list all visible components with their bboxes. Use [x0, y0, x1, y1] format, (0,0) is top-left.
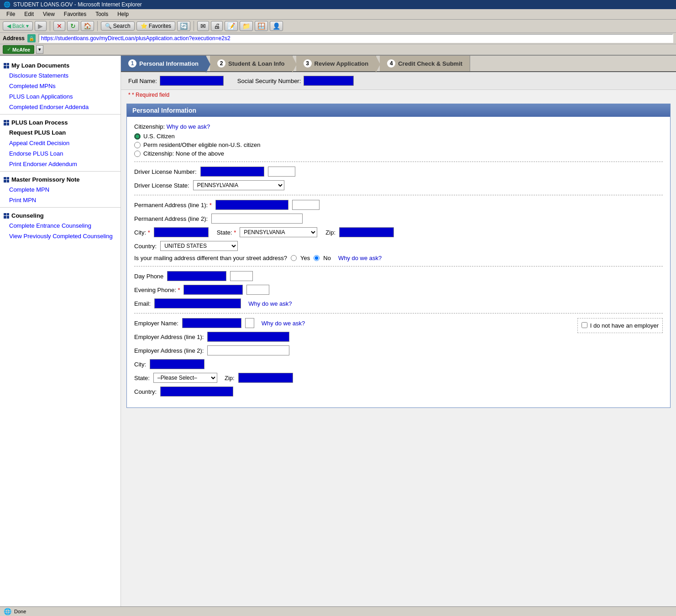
menu-favorites[interactable]: Favorites: [59, 10, 91, 18]
stop-button[interactable]: ✕: [53, 21, 65, 31]
perm-address-1-label: Permanent Address (line 1): *: [134, 202, 212, 209]
address-bar: Address 🔒: [0, 33, 676, 44]
employer-state-select[interactable]: –Please Select– PENNSYLVANIA ALABAMA: [153, 373, 217, 383]
sidebar-divider-3: [0, 207, 121, 208]
sidebar-item-disclosure-statements[interactable]: Disclosure Statements: [0, 70, 121, 81]
folder-button[interactable]: 📁: [240, 21, 253, 31]
citizenship-why-link[interactable]: Why do we ask?: [167, 123, 210, 130]
forward-button[interactable]: ▶: [35, 21, 47, 31]
tab-num-3: 3: [304, 59, 312, 68]
no-employer-checkbox[interactable]: [582, 322, 587, 328]
mailing-diff-yes-radio[interactable]: [291, 255, 297, 261]
windows-button[interactable]: 🪟: [255, 21, 268, 31]
tab-personal-information[interactable]: 1 Personal Information: [121, 56, 206, 71]
mcafee-dropdown[interactable]: ▾: [36, 45, 43, 54]
no-employer-section: I do not have an employer: [577, 318, 663, 333]
citizenship-radio-none-above[interactable]: [134, 151, 141, 157]
back-button[interactable]: ◀ Back ▾: [3, 21, 33, 31]
driver-license-state-row: Driver License State: PENNSYLVANIA ALABA…: [134, 180, 663, 190]
sidebar-item-completed-mpns[interactable]: Completed MPNs: [0, 81, 121, 91]
zip-input[interactable]: [339, 227, 394, 237]
employer-why-link[interactable]: Why do we ask?: [262, 320, 305, 327]
mail-button[interactable]: ✉: [197, 21, 209, 31]
employer-city-input[interactable]: [150, 359, 204, 369]
perm-address-1-input[interactable]: [215, 200, 288, 210]
perm-address-1-input-2[interactable]: [292, 200, 320, 210]
email-why-link[interactable]: Why do we ask?: [248, 300, 292, 307]
refresh-button[interactable]: ↻: [67, 21, 79, 31]
driver-license-state-select[interactable]: PENNSYLVANIA ALABAMA ALASKA ARIZONA: [193, 180, 284, 190]
sidebar-item-endorse-plus-loan[interactable]: Endorse PLUS Loan: [0, 148, 121, 159]
employer-name-input-2[interactable]: [245, 318, 254, 328]
employer-zip-label: Zip:: [225, 375, 235, 381]
tab-student-loan-info[interactable]: 2 Student & Loan Info: [210, 56, 292, 71]
messenger-button[interactable]: 👤: [270, 21, 283, 31]
employer-name-input[interactable]: [182, 318, 241, 328]
sidebar-item-complete-mpn[interactable]: Complete MPN: [0, 184, 121, 195]
driver-license-state-label: Driver License State:: [134, 182, 189, 189]
menu-edit[interactable]: Edit: [20, 10, 38, 18]
mailing-diff-no-radio[interactable]: [314, 255, 320, 261]
back-dropdown-icon: ▾: [26, 23, 29, 29]
evening-phone-input-2[interactable]: [246, 285, 269, 295]
favorites-button[interactable]: ⭐ Favorites: [136, 21, 175, 31]
title-bar: 🌐 STUDENT LOANS.GOV - Microsoft Internet…: [0, 0, 676, 9]
day-phone-input[interactable]: [167, 271, 226, 281]
edit-button[interactable]: 📝: [225, 21, 238, 31]
tab-credit-check-submit[interactable]: 4 Credit Check & Submit: [380, 56, 470, 71]
mailing-diff-why-link[interactable]: Why do we ask?: [338, 255, 382, 261]
content-area: 1 Personal Information 2 Student & Loan …: [121, 56, 676, 612]
address-input[interactable]: [38, 34, 673, 43]
state-select[interactable]: PENNSYLVANIA ALABAMA: [240, 227, 317, 237]
day-phone-label: Day Phone: [134, 273, 163, 280]
top-info-row: Full Name: Social Security Number:: [121, 72, 676, 90]
full-name-label: Full Name:: [128, 78, 157, 84]
city-input[interactable]: [154, 227, 209, 237]
sidebar-item-appeal-credit-decision[interactable]: Appeal Credit Decision: [0, 138, 121, 148]
perm-address-2-row: Permanent Address (line 2):: [134, 214, 663, 224]
sidebar: My Loan Documents Disclosure Statements …: [0, 56, 121, 612]
menu-help[interactable]: Help: [113, 10, 133, 18]
section-squares-icon-2: [4, 120, 9, 125]
menu-file[interactable]: File: [2, 10, 20, 18]
country-select[interactable]: UNITED STATES: [160, 241, 238, 251]
media-button[interactable]: 🔄: [177, 21, 190, 31]
citizenship-option-none-above: Citizenship: None of the above: [134, 150, 663, 157]
form-divider-4: [134, 313, 663, 313]
perm-address-2-input[interactable]: [211, 214, 303, 224]
citizenship-radio-perm-resident[interactable]: [134, 142, 141, 148]
driver-license-number-input[interactable]: [200, 167, 264, 177]
country-row: Country: UNITED STATES: [134, 241, 663, 251]
menu-view[interactable]: View: [38, 10, 59, 18]
employer-country-select[interactable]: UNITED STATES: [160, 386, 233, 397]
citizenship-radio-us-citizen[interactable]: [134, 133, 141, 140]
sidebar-divider-1: [0, 114, 121, 115]
section-squares-icon-3: [4, 177, 9, 183]
employer-address-2-input[interactable]: [207, 345, 289, 355]
home-button[interactable]: 🏠: [81, 21, 94, 31]
employer-address-1-input[interactable]: [207, 332, 289, 342]
employer-address-1-label: Employer Address (line 1):: [134, 334, 204, 340]
sidebar-item-plus-loan-applications[interactable]: PLUS Loan Applications: [0, 91, 121, 102]
sidebar-item-completed-endorser-addenda[interactable]: Completed Endorser Addenda: [0, 102, 121, 112]
citizenship-option-us-citizen: U.S. Citizen: [134, 133, 663, 140]
sidebar-item-view-previously-completed-counseling[interactable]: View Previously Completed Counseling: [0, 231, 121, 241]
sidebar-item-print-mpn[interactable]: Print MPN: [0, 195, 121, 205]
sidebar-section-master-promissory-note: Master Promissory Note: [0, 173, 121, 184]
employer-zip-input[interactable]: [238, 373, 293, 383]
sidebar-item-complete-entrance-counseling[interactable]: Complete Entrance Counseling: [0, 220, 121, 231]
status-icon: 🌐: [4, 608, 11, 612]
employer-section-wrapper: Employer Name: Why do we ask? Employer A…: [134, 318, 663, 400]
day-phone-input-2[interactable]: [230, 271, 253, 281]
search-button[interactable]: 🔍 Search: [101, 21, 135, 31]
sidebar-item-request-plus-loan: Request PLUS Loan: [0, 127, 121, 138]
section-squares-icon-4: [4, 213, 9, 219]
menu-tools[interactable]: Tools: [91, 10, 113, 18]
email-input[interactable]: [154, 298, 241, 308]
print-button[interactable]: 🖨: [211, 21, 223, 31]
mcafee-badge[interactable]: McAfee: [3, 45, 34, 54]
evening-phone-input[interactable]: [183, 285, 243, 295]
tab-review-application[interactable]: 3 Review Application: [296, 56, 377, 71]
sidebar-item-print-endorser-addendum[interactable]: Print Endorser Addendum: [0, 159, 121, 169]
driver-license-number-input-2[interactable]: [268, 167, 295, 177]
